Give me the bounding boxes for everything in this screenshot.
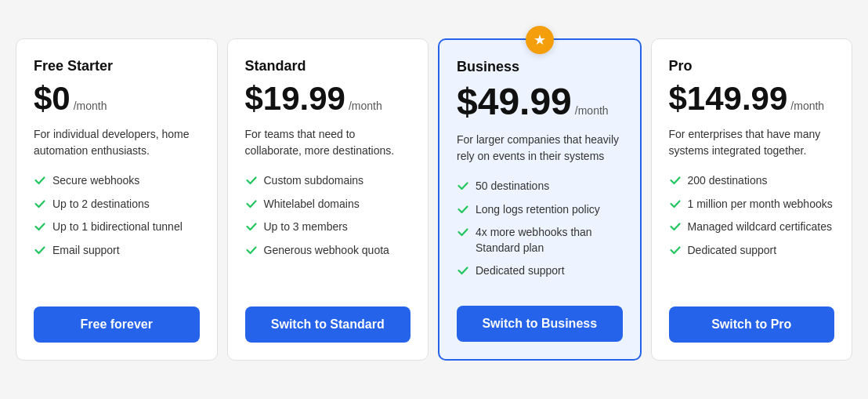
feature-text: Managed wildcard certificates (688, 219, 832, 235)
check-icon (669, 220, 682, 233)
plan-period-pro: /month (790, 100, 824, 112)
feature-item: Custom subdomains (245, 173, 411, 189)
feature-text: Up to 2 destinations (52, 197, 150, 212)
feature-item: Secure webhooks (34, 173, 200, 189)
feature-item: Dedicated support (669, 243, 835, 259)
feature-item: Dedicated support (457, 263, 623, 279)
plan-name-free-starter: Free Starter (34, 58, 200, 74)
check-icon (669, 174, 682, 187)
feature-item: 4x more webhooks than Standard plan (457, 225, 623, 256)
feature-item: 1 million per month webhooks (669, 197, 835, 212)
feature-item: Long logs retention policy (457, 202, 623, 218)
feature-item: 200 destinations (669, 173, 835, 189)
plan-card-free-starter: Free Starter $0 /month For individual de… (16, 38, 218, 361)
plan-name-standard: Standard (245, 58, 411, 74)
featured-badge: ★ (526, 26, 554, 54)
check-icon (457, 180, 469, 192)
plan-description-pro: For enterprises that have many systems i… (669, 126, 835, 159)
feature-text: 4x more webhooks than Standard plan (476, 225, 623, 256)
feature-item: Generous webhook quota (245, 243, 411, 259)
feature-item: Email support (34, 243, 200, 259)
plan-card-pro: Pro $149.99 /month For enterprises that … (651, 38, 853, 361)
feature-text: Dedicated support (476, 263, 565, 279)
plan-period-free-starter: /month (74, 100, 107, 112)
plan-price-row-pro: $149.99 /month (669, 82, 835, 115)
plan-price-row-standard: $19.99 /month (245, 82, 411, 115)
check-icon (34, 174, 46, 187)
plan-description-free-starter: For individual developers, home automati… (34, 126, 200, 159)
features-list-business: 50 destinations Long logs retention poli… (457, 179, 623, 287)
check-icon (245, 220, 258, 233)
feature-item: Managed wildcard certificates (669, 219, 835, 235)
feature-text: Custom subdomains (264, 173, 364, 189)
feature-text: 200 destinations (688, 173, 768, 189)
features-list-pro: 200 destinations 1 million per month web… (669, 173, 835, 288)
feature-text: Long logs retention policy (476, 202, 600, 218)
feature-item: Up to 3 members (245, 219, 411, 235)
plan-price-free-starter: $0 (34, 82, 71, 115)
feature-text: Up to 1 bidirectional tunnel (52, 219, 183, 235)
cta-button-standard[interactable]: Switch to Standard (245, 307, 411, 343)
feature-text: Generous webhook quota (264, 243, 389, 259)
feature-text: Up to 3 members (264, 219, 348, 235)
plan-card-standard: Standard $19.99 /month For teams that ne… (227, 38, 429, 361)
features-list-free-starter: Secure webhooks Up to 2 destinations Up … (34, 173, 200, 288)
check-icon (669, 198, 682, 210)
check-icon (245, 198, 258, 210)
cta-button-business[interactable]: Switch to Business (457, 306, 623, 342)
check-icon (457, 264, 469, 277)
check-icon (34, 220, 46, 233)
feature-text: Dedicated support (688, 243, 777, 259)
check-icon (245, 174, 258, 187)
cta-button-free-starter[interactable]: Free forever (34, 307, 200, 343)
feature-item: Up to 1 bidirectional tunnel (34, 219, 200, 235)
feature-text: 1 million per month webhooks (688, 197, 833, 212)
plan-price-pro: $149.99 (669, 82, 788, 115)
feature-text: Email support (52, 243, 120, 259)
features-list-standard: Custom subdomains Whitelabel domains Up … (245, 173, 411, 288)
plan-description-business: For larger companies that heavily rely o… (457, 132, 623, 165)
cta-button-pro[interactable]: Switch to Pro (669, 307, 835, 343)
plan-price-standard: $19.99 (245, 82, 345, 115)
plan-price-business: $49.99 (457, 83, 572, 121)
feature-item: 50 destinations (457, 179, 623, 194)
plan-period-standard: /month (349, 100, 382, 112)
plan-name-pro: Pro (669, 58, 835, 74)
pricing-container: Free Starter $0 /month For individual de… (16, 38, 852, 361)
plan-name-business: Business (457, 59, 623, 75)
check-icon (34, 244, 46, 256)
plan-card-business: ★Business $49.99 /month For larger compa… (438, 38, 642, 361)
check-icon (457, 226, 469, 238)
check-icon (457, 203, 469, 216)
plan-price-row-free-starter: $0 /month (34, 82, 200, 115)
check-icon (34, 198, 46, 210)
feature-text: Whitelabel domains (264, 197, 360, 212)
plan-period-business: /month (575, 104, 609, 117)
feature-item: Up to 2 destinations (34, 197, 200, 212)
plan-price-row-business: $49.99 /month (457, 83, 623, 121)
check-icon (245, 244, 258, 256)
plan-description-standard: For teams that need to collaborate, more… (245, 126, 411, 159)
check-icon (669, 244, 682, 256)
feature-item: Whitelabel domains (245, 197, 411, 212)
feature-text: 50 destinations (476, 179, 549, 194)
feature-text: Secure webhooks (52, 173, 139, 189)
